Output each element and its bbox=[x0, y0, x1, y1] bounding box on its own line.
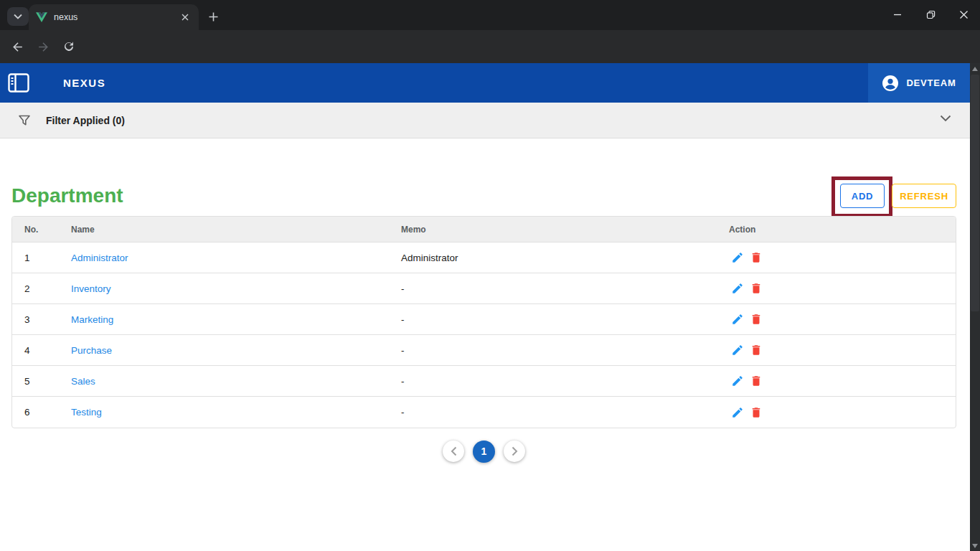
tab-search-button[interactable] bbox=[7, 7, 29, 26]
row-no: 1 bbox=[12, 253, 71, 263]
department-link[interactable]: Administrator bbox=[71, 253, 128, 263]
row-actions bbox=[729, 373, 956, 389]
plus-icon bbox=[209, 12, 218, 22]
row-no: 2 bbox=[12, 283, 71, 294]
table-header-row: No. Name Memo Action bbox=[12, 217, 956, 242]
department-link[interactable]: Inventory bbox=[71, 283, 111, 294]
delete-trash-icon bbox=[750, 313, 763, 326]
delete-button[interactable] bbox=[748, 373, 764, 389]
row-memo: - bbox=[401, 283, 729, 294]
edit-pencil-icon bbox=[731, 313, 744, 326]
edit-button[interactable] bbox=[730, 405, 745, 420]
page-title: Department bbox=[11, 184, 123, 207]
table-row: 1 Administrator Administrator bbox=[12, 242, 956, 273]
department-table: No. Name Memo Action 1 Administrator Adm… bbox=[11, 216, 956, 428]
table-row: 2 Inventory - bbox=[12, 273, 956, 304]
row-actions bbox=[729, 342, 956, 358]
row-actions bbox=[729, 405, 956, 420]
restore-icon bbox=[926, 10, 936, 19]
new-tab-button[interactable] bbox=[203, 6, 223, 27]
forward-arrow-icon bbox=[37, 40, 50, 54]
department-link[interactable]: Marketing bbox=[71, 314, 113, 325]
reload-button[interactable] bbox=[57, 35, 80, 58]
edit-pencil-icon bbox=[731, 251, 744, 264]
row-memo: - bbox=[401, 314, 729, 325]
back-arrow-icon bbox=[11, 40, 24, 54]
scroll-down-arrow-icon[interactable] bbox=[970, 540, 980, 551]
edit-button[interactable] bbox=[730, 281, 745, 296]
filter-expand-chevron-icon[interactable] bbox=[940, 115, 951, 122]
refresh-button[interactable]: REFRESH bbox=[892, 184, 956, 208]
col-header-memo: Memo bbox=[401, 225, 729, 235]
edit-button[interactable] bbox=[730, 342, 745, 358]
user-menu-button[interactable]: DEVTEAM bbox=[868, 63, 970, 103]
row-actions bbox=[729, 250, 956, 265]
back-button[interactable] bbox=[6, 35, 29, 58]
table-row: 6 Testing - bbox=[12, 397, 956, 428]
delete-trash-icon bbox=[750, 251, 763, 264]
row-no: 6 bbox=[12, 407, 71, 418]
delete-button[interactable] bbox=[748, 405, 764, 420]
previous-page-button[interactable] bbox=[443, 441, 464, 462]
row-memo: Administrator bbox=[401, 253, 729, 263]
row-memo: - bbox=[401, 345, 729, 356]
chevron-right-icon bbox=[512, 446, 518, 456]
delete-button[interactable] bbox=[748, 250, 764, 265]
chevron-left-icon bbox=[451, 446, 457, 456]
row-no: 3 bbox=[12, 314, 71, 325]
close-window-button[interactable] bbox=[947, 0, 980, 29]
delete-trash-icon bbox=[750, 344, 763, 357]
filter-funnel-icon bbox=[18, 114, 31, 127]
edit-button[interactable] bbox=[730, 373, 745, 389]
minimize-icon bbox=[893, 10, 902, 19]
add-button[interactable]: ADD bbox=[840, 184, 885, 208]
vue-favicon-icon bbox=[36, 12, 47, 23]
edit-pencil-icon bbox=[731, 344, 744, 357]
col-header-name: Name bbox=[71, 225, 401, 235]
delete-button[interactable] bbox=[748, 281, 764, 296]
page-viewport: NEXUS DEVTEAM Filter Applied (0) Departm… bbox=[0, 63, 970, 551]
current-page-button[interactable]: 1 bbox=[473, 441, 495, 463]
edit-button[interactable] bbox=[730, 250, 745, 265]
scroll-up-arrow-icon[interactable] bbox=[970, 63, 980, 74]
tab-title: nexus bbox=[54, 12, 179, 22]
department-link[interactable]: Sales bbox=[71, 376, 95, 387]
sidebar-toggle-button[interactable] bbox=[7, 72, 30, 93]
row-actions bbox=[729, 311, 956, 327]
scrollbar-thumb[interactable] bbox=[971, 75, 979, 311]
sidebar-toggle-icon bbox=[8, 73, 29, 93]
page-scrollbar[interactable] bbox=[970, 63, 980, 551]
department-link[interactable]: Testing bbox=[71, 407, 102, 418]
pagination: 1 bbox=[11, 440, 956, 463]
filter-label: Filter Applied (0) bbox=[46, 115, 125, 126]
row-actions bbox=[729, 281, 956, 296]
table-row: 4 Purchase - bbox=[12, 335, 956, 366]
delete-button[interactable] bbox=[748, 311, 764, 327]
browser-window: nexus bbox=[0, 0, 980, 551]
close-icon bbox=[959, 10, 969, 19]
table-row: 5 Sales - bbox=[12, 366, 956, 397]
user-avatar-icon bbox=[882, 75, 899, 92]
edit-pencil-icon bbox=[731, 282, 744, 295]
delete-button[interactable] bbox=[748, 342, 764, 358]
browser-tab[interactable]: nexus bbox=[29, 4, 199, 30]
app-brand: NEXUS bbox=[63, 63, 105, 103]
restore-button[interactable] bbox=[914, 0, 947, 29]
edit-pencil-icon bbox=[731, 375, 744, 387]
table-row: 3 Marketing - bbox=[12, 304, 956, 335]
tab-strip: nexus bbox=[0, 0, 980, 30]
reload-icon bbox=[62, 40, 75, 53]
filter-bar[interactable]: Filter Applied (0) bbox=[0, 103, 970, 138]
app-header: NEXUS DEVTEAM bbox=[0, 63, 970, 103]
department-link[interactable]: Purchase bbox=[71, 345, 112, 356]
tab-close-icon[interactable] bbox=[179, 11, 192, 24]
minimize-button[interactable] bbox=[881, 0, 914, 29]
edit-button[interactable] bbox=[730, 311, 745, 327]
forward-button[interactable] bbox=[32, 35, 55, 58]
delete-trash-icon bbox=[750, 375, 763, 387]
next-page-button[interactable] bbox=[504, 441, 525, 462]
row-memo: - bbox=[401, 376, 729, 387]
window-controls bbox=[881, 0, 980, 29]
col-header-no: No. bbox=[12, 225, 71, 235]
row-no: 4 bbox=[12, 345, 71, 356]
